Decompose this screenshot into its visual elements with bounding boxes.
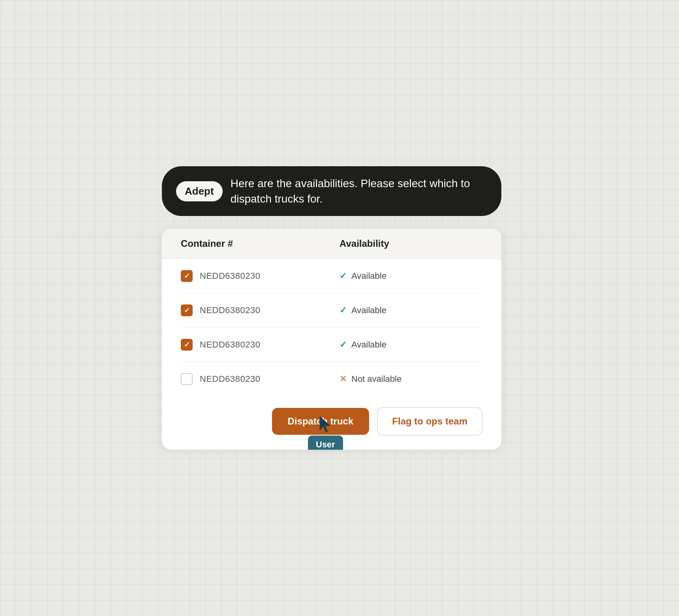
check-icon-2: ✓ [340, 340, 347, 350]
cursor-wrapper: User [308, 416, 343, 450]
table-row: NEDD6380230✓Available [181, 328, 482, 362]
container-id-2: NEDD6380230 [200, 340, 260, 350]
page-wrapper: Adept Here are the availabilities. Pleas… [162, 166, 517, 450]
row-checkbox-3[interactable] [181, 373, 193, 385]
check-icon-0: ✓ [340, 271, 347, 281]
availability-cell-1: ✓Available [332, 305, 482, 316]
container-cell: NEDD6380230 [181, 373, 332, 385]
availability-cell-2: ✓Available [332, 340, 482, 350]
table-header: Container # Availability [162, 229, 501, 259]
main-card: Container # Availability NEDD6380230✓Ava… [162, 229, 501, 450]
col-header-availability: Availability [332, 238, 482, 249]
flag-to-ops-button[interactable]: Flag to ops team [377, 407, 482, 436]
row-checkbox-1[interactable] [181, 304, 193, 316]
table-rows: NEDD6380230✓AvailableNEDD6380230✓Availab… [162, 259, 501, 396]
container-id-1: NEDD6380230 [200, 305, 260, 316]
container-id-3: NEDD6380230 [200, 374, 260, 384]
container-cell: NEDD6380230 [181, 270, 332, 282]
table-row: NEDD6380230✓Available [181, 293, 482, 328]
availability-text-2: Available [351, 340, 386, 350]
row-checkbox-0[interactable] [181, 270, 193, 282]
check-icon-1: ✓ [340, 305, 347, 316]
container-cell: NEDD6380230 [181, 339, 332, 351]
availability-text-0: Available [351, 271, 386, 281]
col-header-container: Container # [181, 238, 332, 249]
availability-cell-3: ✕Not available [332, 374, 482, 384]
chat-message: Here are the availabilities. Please sele… [231, 176, 487, 207]
cursor-tooltip: User [308, 436, 343, 450]
row-checkbox-2[interactable] [181, 339, 193, 351]
availability-cell-0: ✓Available [332, 271, 482, 281]
table-row: NEDD6380230✓Available [181, 259, 482, 293]
table-row: NEDD6380230✕Not available [181, 362, 482, 396]
availability-text-3: Not available [351, 374, 401, 384]
chat-bubble: Adept Here are the availabilities. Pleas… [162, 166, 501, 216]
buttons-area: Dispatch truck Flag to ops team User [162, 396, 501, 450]
container-id-0: NEDD6380230 [200, 271, 260, 281]
cursor-icon [318, 416, 332, 433]
availability-text-1: Available [351, 305, 386, 316]
container-cell: NEDD6380230 [181, 304, 332, 316]
cross-icon-3: ✕ [340, 374, 347, 384]
adept-badge: Adept [176, 181, 223, 201]
